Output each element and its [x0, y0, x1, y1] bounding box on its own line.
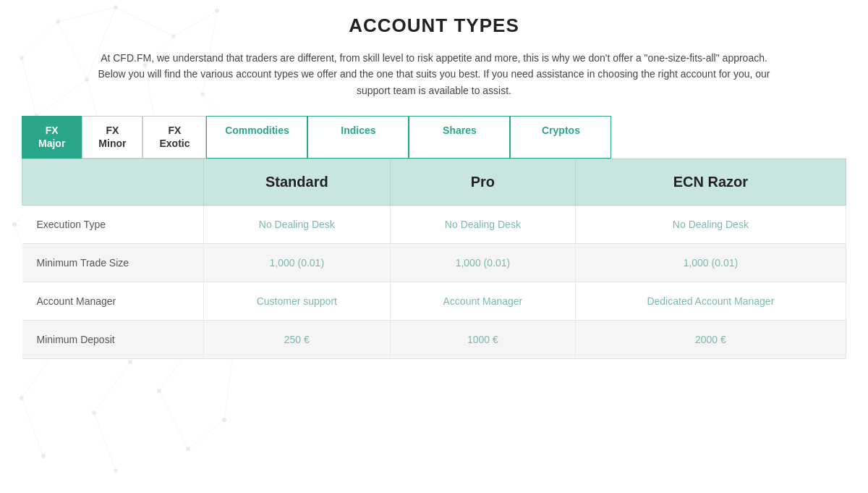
svg-line-66	[94, 413, 116, 471]
table-row: Minimum Trade Size 1,000 (0.01) 1,000 (0…	[22, 243, 846, 282]
row-standard-min-deposit: 250 €	[203, 320, 390, 358]
row-label-execution: Execution Type	[22, 205, 204, 243]
row-label-min-deposit: Minimum Deposit	[22, 320, 204, 358]
row-ecn-execution: No Dealing Desk	[575, 205, 846, 243]
page-title: ACCOUNT TYPES	[22, 14, 846, 37]
col-header-pro: Pro	[391, 159, 576, 205]
row-standard-min-trade: 1,000 (0.01)	[203, 243, 390, 282]
table-row: Account Manager Customer support Account…	[22, 282, 846, 320]
table-row: Execution Type No Dealing Desk No Dealin…	[22, 205, 846, 243]
row-ecn-min-trade: 1,000 (0.01)	[575, 243, 846, 282]
table-row: Minimum Deposit 250 € 1000 € 2000 €	[22, 320, 846, 358]
row-pro-account-manager: Account Manager	[391, 282, 576, 320]
row-ecn-account-manager: Dedicated Account Manager	[575, 282, 846, 320]
svg-point-26	[20, 396, 24, 400]
svg-line-65	[22, 398, 43, 456]
row-pro-min-trade: 1,000 (0.01)	[391, 243, 576, 282]
comparison-table: Standard Pro ECN Razor Execution Type No…	[22, 159, 846, 359]
row-pro-execution: No Dealing Desk	[391, 205, 576, 243]
svg-point-31	[114, 468, 118, 473]
row-ecn-min-deposit: 2000 €	[575, 320, 846, 358]
tab-indices[interactable]: Indices	[307, 116, 409, 158]
svg-line-64	[188, 420, 224, 449]
tab-fx-major[interactable]: FXMajor	[22, 116, 82, 158]
tab-fx-exotic[interactable]: FXExotic	[142, 116, 206, 158]
row-standard-account-manager: Customer support	[203, 282, 390, 320]
svg-point-29	[222, 418, 226, 422]
col-header-empty	[22, 159, 204, 205]
svg-point-27	[92, 410, 96, 415]
tab-shares[interactable]: Shares	[409, 116, 510, 158]
svg-point-28	[157, 389, 161, 393]
svg-point-32	[186, 447, 190, 451]
page-description: At CFD.FM, we understand that traders ar…	[87, 50, 781, 98]
row-label-min-trade: Minimum Trade Size	[22, 243, 204, 282]
tab-commodities[interactable]: Commodities	[206, 116, 307, 158]
row-label-account-manager: Account Manager	[22, 282, 204, 320]
tab-bar: FXMajor FXMinor FXExotic Commodities Ind…	[22, 116, 846, 158]
col-header-standard: Standard	[203, 159, 390, 205]
tab-fx-minor[interactable]: FXMinor	[82, 116, 142, 158]
row-standard-execution: No Dealing Desk	[203, 205, 390, 243]
row-pro-min-deposit: 1000 €	[391, 320, 576, 358]
tab-cryptos[interactable]: Cryptos	[510, 116, 611, 158]
svg-line-67	[159, 391, 188, 449]
svg-point-30	[41, 454, 46, 458]
col-header-ecn: ECN Razor	[575, 159, 846, 205]
